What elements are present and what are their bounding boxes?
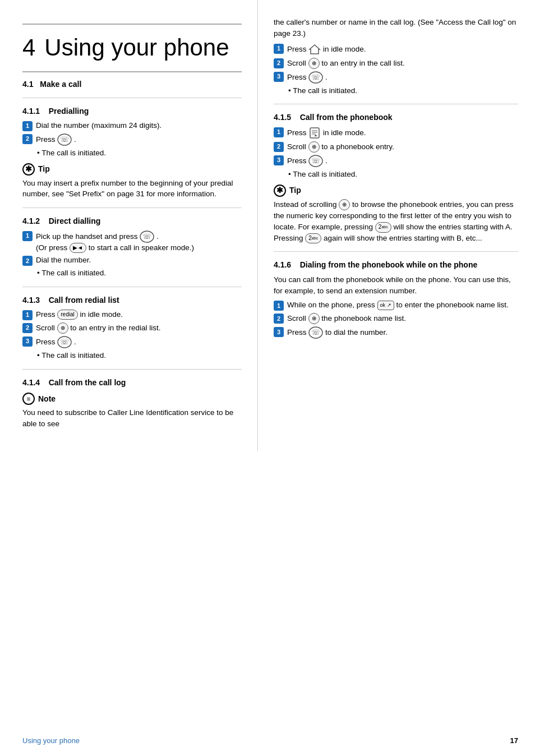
section-title: Make a call (40, 80, 81, 89)
svg-text:☏: ☏ (60, 338, 69, 346)
scroll-icon-calllog: ⊕ (308, 58, 320, 69)
phonebook-steps: 1 Press (274, 127, 518, 167)
step-badge-3: 3 (22, 336, 33, 347)
scroll-icon-redial: ⊕ (57, 322, 68, 334)
predialling-step2-text: Press ☏ . (36, 133, 76, 146)
direct-step2: 2 Dial the number. (22, 255, 242, 266)
footer-right: 17 (510, 736, 518, 746)
step-badge-1: 1 (22, 121, 33, 131)
home-button-icon (308, 43, 321, 56)
calllog-title: Call from the call log (49, 378, 126, 387)
svg-rect-9 (310, 128, 319, 138)
step-badge-1: 1 (274, 44, 284, 54)
predialling-bullet: The call is initiated. (37, 148, 242, 159)
step-badge-2: 2 (22, 323, 33, 333)
phonebook-step1-text: Press in idle mode. (287, 127, 366, 139)
phonebook-while-title: Dialing from the phonebook while on the … (300, 260, 478, 269)
predialling-steps: 1 Dial the number (maximum 24 digits). 2… (22, 121, 242, 146)
key-2-icon-2: 2abc (305, 233, 321, 244)
svg-text:☏: ☏ (311, 328, 320, 336)
phonebook-while-step3-text: Press ☏ to dial the number. (287, 326, 388, 339)
tip-star-icon: ✱ (22, 163, 35, 176)
step-badge-1: 1 (274, 127, 284, 137)
direct-step1: 1 Pick up the handset and press ☏ . (Or … (22, 231, 242, 253)
calllog-steps: 1 Press in idle mode. 2 Scroll (274, 43, 518, 84)
step-badge-2: 2 (22, 134, 33, 144)
footer-left: Using your phone (22, 736, 80, 746)
calllog-note-text: You need to subscribe to Caller Line Ide… (22, 407, 242, 429)
step-badge-1: 1 (22, 310, 33, 320)
step-badge-2: 2 (274, 314, 284, 324)
direct-label: 4.1.2 (22, 216, 40, 225)
step-badge-2: 2 (274, 58, 284, 68)
phonebook-step1: 1 Press (274, 127, 518, 139)
phonebook-while-step2-text: Scroll ⊕ the phonebook name list. (287, 313, 406, 324)
calllog-note-continuation: the caller's number or name in the call … (274, 17, 518, 40)
phonebook-while-step1-text: While on the phone, press ok ↗ to enter … (287, 300, 509, 311)
direct-step2-text: Dial the number. (36, 255, 91, 266)
tip-star-icon-2: ✱ (274, 185, 286, 197)
predialling-tip: ✱ Tip You may insert a prefix number to … (22, 163, 242, 200)
speaker-icon: ▶◄ (70, 243, 86, 253)
call-button-icon: ☏ (57, 133, 72, 146)
direct-steps: 1 Pick up the handset and press ☏ . (Or … (22, 231, 242, 266)
calllog-label: 4.1.4 (22, 378, 40, 387)
chapter-title-text: Using your phone (44, 31, 229, 64)
direct-bullet: The call is initiated. (37, 268, 242, 279)
scroll-icon-tip: ⊕ (339, 199, 350, 210)
step-badge-3: 3 (274, 155, 284, 165)
svg-marker-13 (314, 135, 317, 136)
redial-step1-text: Press redial in idle mode. (36, 310, 123, 320)
subsection-phonebook-while-on: 4.1.6 Dialing from the phonebook while o… (274, 260, 518, 339)
scroll-icon-while: ⊕ (308, 313, 320, 324)
redial-steps: 1 Press redial in idle mode. 2 Scroll ⊕ … (22, 310, 242, 348)
predialling-label: 4.1.1 (22, 107, 40, 116)
predialling-step1: 1 Dial the number (maximum 24 digits). (22, 121, 242, 131)
calllog-step1-text: Press in idle mode. (287, 43, 366, 56)
calllog-step2: 2 Scroll ⊕ to an entry in the call list. (274, 58, 518, 69)
redial-bullet: The call is initiated. (37, 351, 242, 361)
call-icon-calllog: ☏ (308, 71, 323, 84)
redial-step2: 2 Scroll ⊕ to an entry in the redial lis… (22, 322, 242, 334)
key-2-icon: 2abc (375, 222, 391, 233)
phonebook-step3-text: Press ☏ . (287, 155, 328, 167)
chapter-heading: 4 Using your phone (22, 31, 242, 64)
phonebook-step2-text: Scroll ⊕ to a phonebook entry. (287, 141, 394, 153)
redial-label: 4.1.3 (22, 296, 40, 305)
calllog-note-cont-text: the caller's number or name in the call … (274, 17, 518, 40)
calllog-step1: 1 Press in idle mode. (274, 43, 518, 56)
predialling-step2: 2 Press ☏ . (22, 133, 242, 146)
chapter-number: 4 (22, 31, 35, 64)
phonebook-while-intro: You can call from the phonebook while on… (274, 274, 518, 297)
note-label: Note (38, 394, 56, 405)
calllog-step3: 3 Press ☏ . (274, 71, 518, 84)
redial-button-icon: redial (57, 310, 77, 320)
section-label: 4.1 (22, 80, 33, 89)
calllog-note: ≡ Note You need to subscribe to Caller L… (22, 393, 242, 429)
subsection-predialling: 4.1.1 Predialling 1 Dial the number (max… (22, 106, 242, 200)
calllog-step3-text: Press ☏ . (287, 71, 328, 84)
subsection-phonebook: 4.1.5 Call from the phonebook 1 Press (274, 112, 518, 243)
step-badge-2: 2 (22, 256, 33, 266)
phonebook-while-label: 4.1.6 (274, 260, 291, 269)
direct-title: Direct dialling (49, 216, 101, 225)
subsection-redial: 4.1.3 Call from redial list 1 Press redi… (22, 295, 242, 361)
phonebook-step2: 2 Scroll ⊕ to a phonebook entry. (274, 141, 518, 153)
redial-step2-text: Scroll ⊕ to an entry in the redial list. (36, 322, 161, 334)
phonebook-while-step2: 2 Scroll ⊕ the phonebook name list. (274, 313, 518, 324)
phonebook-title: Call from the phonebook (300, 113, 393, 122)
tip-label: Tip (38, 164, 50, 175)
phonebook-bullet: The call is initiated. (288, 169, 518, 180)
redial-step3: 3 Press ☏ . (22, 336, 242, 348)
call-icon-direct: ☏ (140, 231, 154, 243)
calllog-step2-text: Scroll ⊕ to an entry in the call list. (287, 58, 405, 69)
step-badge-3: 3 (274, 327, 284, 337)
phonebook-tip: ✱ Tip Instead of scrolling ⊕ to browse t… (274, 185, 518, 243)
calllog-bullet: The call is initiated. (288, 86, 518, 96)
redial-step3-text: Press ☏ . (36, 336, 76, 348)
svg-text:☏: ☏ (142, 232, 151, 241)
call-icon-phonebook: ☏ (308, 155, 323, 167)
svg-text:☏: ☏ (311, 156, 320, 165)
redial-step1: 1 Press redial in idle mode. (22, 310, 242, 320)
phonebook-while-steps: 1 While on the phone, press ok ↗ to ente… (274, 300, 518, 339)
